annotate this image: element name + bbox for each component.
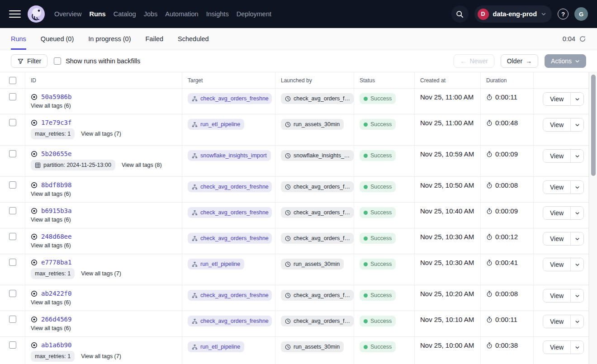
view-menu-button[interactable]	[570, 315, 583, 328]
target-pill[interactable]: check_avg_orders_freshne	[188, 207, 272, 218]
view-all-tags-link[interactable]: View all tags (8)	[122, 162, 162, 168]
run-id-link[interactable]: 5b20655e	[41, 150, 71, 157]
launched-by-pill[interactable]: run_assets_30min	[281, 341, 344, 352]
target-pill[interactable]: check_avg_orders_freshne	[188, 316, 272, 326]
run-tag[interactable]: partition: 2024-11-25-13:00	[31, 160, 115, 170]
target-pill[interactable]: check_avg_orders_freshne	[188, 233, 272, 244]
top-nav-item-insights[interactable]: Insights	[206, 10, 229, 18]
view-button[interactable]: View	[543, 341, 570, 354]
status-badge[interactable]: Success	[360, 181, 396, 192]
view-all-tags-link[interactable]: View all tags (6)	[31, 103, 71, 109]
top-nav-item-automation[interactable]: Automation	[165, 10, 198, 18]
row-checkbox[interactable]	[9, 93, 16, 100]
view-all-tags-link[interactable]: View all tags (6)	[31, 299, 71, 306]
row-checkbox[interactable]	[9, 207, 16, 214]
status-badge[interactable]: Success	[360, 93, 396, 104]
view-all-tags-link[interactable]: View all tags (6)	[31, 242, 71, 249]
run-id-link[interactable]: ab1a6b90	[41, 341, 71, 349]
view-button[interactable]: View	[543, 181, 570, 194]
run-tag[interactable]: max_retries: 1	[31, 268, 75, 279]
target-pill[interactable]: check_avg_orders_freshne	[188, 181, 272, 192]
status-badge[interactable]: Success	[360, 341, 396, 352]
target-pill[interactable]: run_etl_pipeline	[188, 341, 244, 352]
row-checkbox[interactable]	[9, 150, 16, 157]
search-button[interactable]	[451, 5, 469, 23]
run-id-link[interactable]: e7778ba1	[41, 259, 71, 266]
run-id-link[interactable]: 50a5986b	[41, 93, 71, 100]
launched-by-pill[interactable]: check_avg_orders_f…	[281, 316, 354, 326]
tab-scheduled[interactable]: Scheduled	[178, 28, 209, 50]
row-checkbox[interactable]	[9, 233, 16, 240]
view-menu-button[interactable]	[570, 341, 583, 354]
status-badge[interactable]: Success	[360, 150, 396, 161]
launched-by-pill[interactable]: check_avg_orders_f…	[281, 290, 354, 301]
launched-by-pill[interactable]: snowflake_insights_…	[281, 150, 354, 161]
target-pill[interactable]: check_avg_orders_freshne	[188, 93, 272, 104]
launched-by-pill[interactable]: run_assets_30min	[281, 119, 344, 130]
run-tag[interactable]: max_retries: 1	[31, 351, 75, 362]
target-pill[interactable]: snowflake_insights_import	[188, 150, 271, 161]
view-button[interactable]: View	[543, 258, 570, 271]
launched-by-pill[interactable]: run_assets_30min	[281, 259, 344, 269]
filter-button[interactable]: Filter	[11, 54, 47, 68]
view-menu-button[interactable]	[570, 232, 583, 245]
launched-by-pill[interactable]: check_avg_orders_f…	[281, 181, 354, 192]
status-badge[interactable]: Success	[360, 207, 396, 218]
top-nav-item-deployment[interactable]: Deployment	[237, 10, 271, 18]
backfills-checkbox[interactable]	[54, 57, 61, 65]
select-all-checkbox[interactable]	[9, 77, 16, 84]
run-id-link[interactable]: b6915b3a	[41, 207, 71, 214]
tab-failed[interactable]: Failed	[146, 28, 164, 50]
tab-in-progress-0[interactable]: In progress (0)	[88, 28, 131, 50]
run-tag[interactable]: max_retries: 1	[31, 128, 75, 139]
view-menu-button[interactable]	[570, 258, 583, 271]
view-menu-button[interactable]	[570, 289, 583, 302]
row-checkbox[interactable]	[9, 119, 16, 126]
view-menu-button[interactable]	[570, 93, 583, 105]
row-checkbox[interactable]	[9, 290, 16, 297]
status-badge[interactable]: Success	[360, 233, 396, 244]
target-pill[interactable]: check_avg_orders_freshne	[188, 290, 272, 301]
older-button[interactable]: Older →	[501, 54, 538, 68]
view-all-tags-link[interactable]: View all tags (7)	[81, 131, 121, 137]
view-button[interactable]: View	[543, 232, 570, 245]
view-button[interactable]: View	[543, 289, 570, 302]
newer-button[interactable]: ← Newer	[454, 54, 494, 68]
status-badge[interactable]: Success	[360, 316, 396, 326]
target-pill[interactable]: run_etl_pipeline	[188, 259, 244, 269]
top-nav-item-jobs[interactable]: Jobs	[144, 10, 158, 18]
view-menu-button[interactable]	[570, 207, 583, 219]
launched-by-pill[interactable]: check_avg_orders_f…	[281, 93, 354, 104]
top-nav-item-overview[interactable]: Overview	[54, 10, 81, 18]
vertical-scrollbar[interactable]	[589, 72, 597, 364]
view-menu-button[interactable]	[570, 150, 583, 162]
view-all-tags-link[interactable]: View all tags (6)	[31, 217, 71, 223]
row-checkbox[interactable]	[9, 259, 16, 266]
view-menu-button[interactable]	[570, 118, 583, 131]
row-checkbox[interactable]	[9, 181, 16, 189]
launched-by-pill[interactable]: check_avg_orders_f…	[281, 233, 354, 244]
view-all-tags-link[interactable]: View all tags (6)	[31, 325, 71, 331]
run-id-link[interactable]: 8bdf8b98	[41, 181, 71, 189]
status-badge[interactable]: Success	[360, 290, 396, 301]
help-icon[interactable]: ?	[558, 9, 569, 19]
target-pill[interactable]: run_etl_pipeline	[188, 119, 244, 130]
deployment-switcher[interactable]: D data-eng-prod	[474, 5, 552, 23]
row-checkbox[interactable]	[9, 316, 16, 323]
view-button[interactable]: View	[543, 118, 570, 131]
view-button[interactable]: View	[543, 315, 570, 328]
status-badge[interactable]: Success	[360, 259, 396, 269]
tab-queued-0[interactable]: Queued (0)	[41, 28, 74, 50]
tab-runs[interactable]: Runs	[11, 28, 26, 50]
top-nav-item-catalog[interactable]: Catalog	[114, 10, 136, 18]
menu-icon[interactable]	[9, 10, 21, 18]
run-id-link[interactable]: 266d4569	[41, 316, 71, 323]
scrollbar-thumb[interactable]	[591, 75, 596, 176]
run-id-link[interactable]: 17e79c3f	[41, 119, 71, 126]
refresh-icon[interactable]	[579, 35, 586, 43]
view-menu-button[interactable]	[570, 181, 583, 194]
run-id-link[interactable]: 248d68ee	[41, 233, 71, 240]
user-avatar[interactable]: G	[574, 7, 588, 21]
show-backfills-toggle[interactable]: Show runs within backfills	[54, 57, 140, 65]
view-all-tags-link[interactable]: View all tags (7)	[81, 270, 121, 277]
